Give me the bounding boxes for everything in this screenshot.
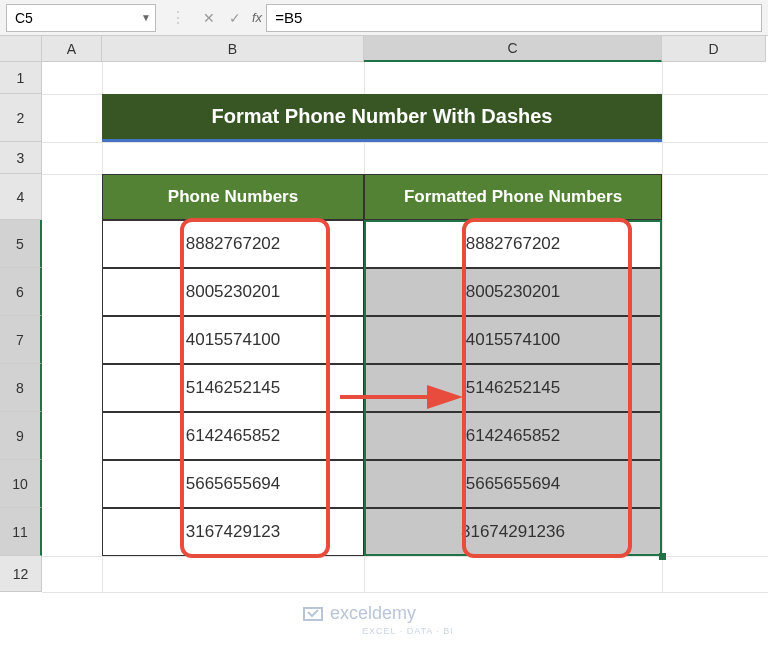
row-header-4[interactable]: 4 bbox=[0, 174, 42, 220]
cell-B5[interactable]: 8882767202 bbox=[102, 220, 364, 268]
row-headers: 1 2 3 4 5 6 7 8 9 10 11 12 bbox=[0, 62, 42, 592]
confirm-icon[interactable]: ✓ bbox=[222, 10, 248, 26]
col-header-B[interactable]: B bbox=[102, 36, 364, 62]
fill-handle[interactable] bbox=[659, 553, 666, 560]
logo-icon bbox=[302, 602, 324, 624]
grid-body: 1 2 3 4 5 6 7 8 9 10 11 12 Format Phone … bbox=[0, 62, 768, 592]
fx-icon[interactable]: fx bbox=[248, 10, 266, 25]
table-header-row: Phone Numbers Formatted Phone Numbers bbox=[102, 174, 662, 220]
table-row: 8882767202 8882767202 bbox=[102, 220, 662, 268]
row-header-7[interactable]: 7 bbox=[0, 316, 42, 364]
cell-B8[interactable]: 5146252145 bbox=[102, 364, 364, 412]
cell-B7[interactable]: 4015574100 bbox=[102, 316, 364, 364]
cell-B9[interactable]: 6142465852 bbox=[102, 412, 364, 460]
table-row: 4015574100 4015574100 bbox=[102, 316, 662, 364]
row-header-1[interactable]: 1 bbox=[0, 62, 42, 94]
dropdown-icon[interactable]: ▼ bbox=[141, 12, 151, 23]
table-row: 6142465852 6142465852 bbox=[102, 412, 662, 460]
col-header-D[interactable]: D bbox=[662, 36, 766, 62]
header-phone-numbers[interactable]: Phone Numbers bbox=[102, 174, 364, 220]
cell-C7[interactable]: 4015574100 bbox=[364, 316, 662, 364]
table-row: 5665655694 5665655694 bbox=[102, 460, 662, 508]
formula-value: =B5 bbox=[275, 9, 302, 26]
row-header-2[interactable]: 2 bbox=[0, 94, 42, 142]
table-row: 8005230201 8005230201 bbox=[102, 268, 662, 316]
cancel-icon[interactable]: ✕ bbox=[196, 10, 222, 26]
separator: ⋮ bbox=[160, 8, 196, 27]
watermark: exceldemy bbox=[302, 602, 416, 624]
row-header-11[interactable]: 11 bbox=[0, 508, 42, 556]
formula-input[interactable]: =B5 bbox=[266, 4, 762, 32]
cell-B11[interactable]: 3167429123 bbox=[102, 508, 364, 556]
row-header-12[interactable]: 12 bbox=[0, 556, 42, 592]
watermark-text: exceldemy bbox=[330, 603, 416, 624]
header-formatted[interactable]: Formatted Phone Numbers bbox=[364, 174, 662, 220]
cell-B10[interactable]: 5665655694 bbox=[102, 460, 364, 508]
name-box[interactable]: C5 ▼ bbox=[6, 4, 156, 32]
cell-C9[interactable]: 6142465852 bbox=[364, 412, 662, 460]
row-header-3[interactable]: 3 bbox=[0, 142, 42, 174]
col-header-C[interactable]: C bbox=[364, 36, 662, 62]
row-header-5[interactable]: 5 bbox=[0, 220, 42, 268]
cell-C8[interactable]: 5146252145 bbox=[364, 364, 662, 412]
data-table: Phone Numbers Formatted Phone Numbers 88… bbox=[102, 174, 662, 556]
name-box-value: C5 bbox=[15, 10, 33, 26]
col-header-A[interactable]: A bbox=[42, 36, 102, 62]
watermark-tagline: EXCEL · DATA · BI bbox=[362, 626, 454, 636]
cell-C5[interactable]: 8882767202 bbox=[364, 220, 662, 268]
cell-C11[interactable]: 31674291236 bbox=[364, 508, 662, 556]
table-row: 5146252145 5146252145 bbox=[102, 364, 662, 412]
column-headers-row: A B C D bbox=[0, 36, 768, 62]
table-row: 3167429123 31674291236 bbox=[102, 508, 662, 556]
row-header-9[interactable]: 9 bbox=[0, 412, 42, 460]
cell-B6[interactable]: 8005230201 bbox=[102, 268, 364, 316]
title-cell[interactable]: Format Phone Number With Dashes bbox=[102, 94, 662, 142]
row-header-8[interactable]: 8 bbox=[0, 364, 42, 412]
cells-area[interactable]: Format Phone Number With Dashes Phone Nu… bbox=[42, 62, 768, 592]
cell-C10[interactable]: 5665655694 bbox=[364, 460, 662, 508]
row-header-6[interactable]: 6 bbox=[0, 268, 42, 316]
formula-bar: C5 ▼ ⋮ ✕ ✓ fx =B5 bbox=[0, 0, 768, 36]
select-all-corner[interactable] bbox=[0, 36, 42, 62]
cell-C6[interactable]: 8005230201 bbox=[364, 268, 662, 316]
row-header-10[interactable]: 10 bbox=[0, 460, 42, 508]
